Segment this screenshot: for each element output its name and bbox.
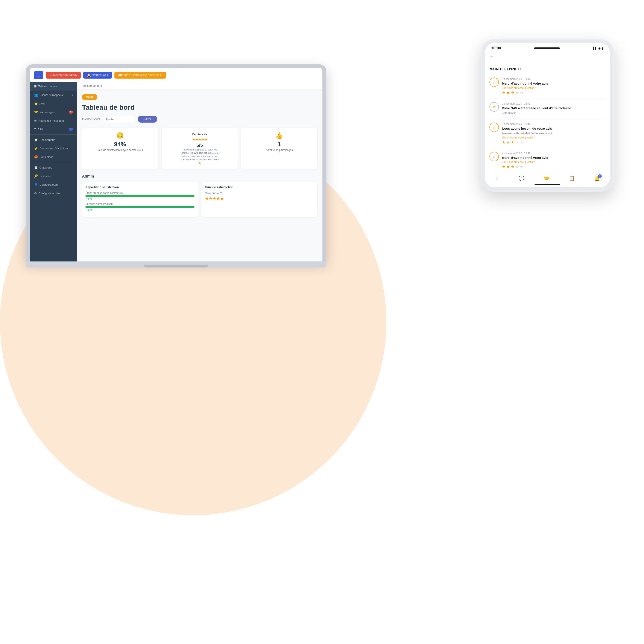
star-1: ★ xyxy=(502,165,505,169)
chevron-icon: › xyxy=(72,94,73,96)
sidebar-divider-2 xyxy=(30,162,77,162)
nav-catalogue[interactable]: 📋 xyxy=(569,176,575,181)
satisfaction-value: 94% xyxy=(86,141,154,148)
notif-item-2: ✂ 9 décembre 2020 13:42 Votre SAV a été … xyxy=(489,99,605,119)
notif-subtitle-3: Avez-vous été satisfait de l'interventio… xyxy=(502,132,605,135)
sidebar-item-licences[interactable]: 🔑 Licences xyxy=(30,172,77,180)
attention-button[interactable]: Attention il vous reste 3 licences. xyxy=(114,72,166,79)
notif-avatar-3: ☆ xyxy=(489,123,499,132)
mail-icon: ✉ xyxy=(34,119,37,122)
notifications-label: 🔔 Notifications xyxy=(87,73,108,77)
sidebar-item-tableau-de-bord[interactable]: ⊞ Tableau de bord xyxy=(30,82,77,91)
revenir-admin-button[interactable]: ↩ Revenir en admin xyxy=(46,72,81,79)
page-title: Tableau de bord xyxy=(82,103,317,111)
sidebar-label: Licences xyxy=(39,175,50,178)
star-avatar-icon-4: ☆ xyxy=(492,154,496,159)
hamburger-icon: ☰ xyxy=(37,73,40,77)
bottom-cards: Répartition satisfaction Projet proposé … xyxy=(82,182,317,217)
star-4: ★ xyxy=(515,140,519,144)
sidebar-label: Catalogue xyxy=(39,166,52,169)
sidebar-item-collaborateurs[interactable]: 👤 Collaborateurs xyxy=(30,180,77,189)
sidebar-label: Parrainages xyxy=(39,111,55,114)
sidebar-item-avis[interactable]: ⭐ Avis xyxy=(30,99,77,108)
thumbs-up-icon: 👍 xyxy=(245,132,313,139)
sidebar-item-messages[interactable]: ✉ Nouveaux messages xyxy=(30,116,77,125)
laptop-base xyxy=(26,261,326,267)
phone-header: ≡ xyxy=(485,52,610,63)
sidebar-item-configuration[interactable]: ⚙ Configuration des xyxy=(30,189,77,197)
satisfaction-card: Taux de satisfaction Moyenne 4.7/5 ★★★★★ xyxy=(201,182,317,217)
avis-nav-icon: ☆ xyxy=(495,176,499,181)
nav-parrainage[interactable]: 🤝 xyxy=(544,176,550,181)
sidebar-item-bons-plans[interactable]: 🎁 Bons plans xyxy=(30,153,77,161)
filter-button[interactable]: Filtrer xyxy=(138,116,157,123)
star-3: ★ xyxy=(511,165,514,169)
handshake-icon: 🤝 xyxy=(34,110,38,114)
sidebar-label: Conciergerie xyxy=(39,138,55,141)
nav-sav[interactable]: 💬 xyxy=(519,176,524,181)
notif-avatar-2: ✂ xyxy=(489,102,499,112)
notif-body-2: 9 décembre 2020 13:42 Votre SAV a été tr… xyxy=(502,102,605,116)
notifications-button[interactable]: 🔔 Notifications xyxy=(83,72,112,79)
notif-avatar-4: ☆ xyxy=(489,152,499,161)
dernier-avis-stars: ★★★★★ xyxy=(166,138,234,142)
sidebar-label: Avis xyxy=(39,102,45,105)
sidebar-item-clients-prospects[interactable]: 👥 Clients / Prospects › xyxy=(30,91,77,99)
notif-body-3: 9 décembre 2020 13:42 Nous avons besoin … xyxy=(502,123,605,145)
sidebar-item-conciergerie[interactable]: 🏠 Conciergerie xyxy=(30,135,77,144)
star-3: ★ xyxy=(511,91,514,95)
phone-bottom-nav: ☆ 💬 🤝 📋 🔔 1 xyxy=(485,173,610,183)
dernier-avis-rating: 5/5 xyxy=(166,143,234,148)
sidebar-item-sav[interactable]: ? SAV 1 xyxy=(30,125,77,134)
notif-question-1: Votre avis sur cette question : xyxy=(502,87,605,90)
progress-pct-1: 100% xyxy=(86,198,92,200)
gear-icon: ⚙ xyxy=(34,191,37,195)
notif-body-4: 9 décembre 2020 13:42 Merci d'avoir donn… xyxy=(502,152,605,169)
notif-meta-4: 9 décembre 2020 13:42 xyxy=(502,152,605,155)
ajouter-input[interactable] xyxy=(103,116,135,122)
notif-subtitle-2: Climatiseur xyxy=(502,111,605,114)
grid-icon: ⊞ xyxy=(34,85,37,88)
laptop-screen-outer: ☰ ↩ Revenir en admin 🔔 Notifications Att… xyxy=(26,64,326,261)
notif-title-3: Nous avons besoin de votre avis xyxy=(502,126,605,131)
stat-card-parrainages: 👍 1 Nombre de parrainages xyxy=(241,128,317,169)
nav-notifications[interactable]: 🔔 1 xyxy=(594,176,600,181)
sidebar-item-demandes[interactable]: ⚡ Demandes d'évolutions xyxy=(30,144,77,153)
notif-stars-1: ★ ★ ★ ★ ★ xyxy=(502,90,605,95)
phone-home-indicator xyxy=(485,183,610,187)
revenir-label: ↩ Revenir en admin xyxy=(50,73,77,77)
sidebar-divider xyxy=(30,134,77,135)
parrainages-value: 1 xyxy=(245,141,313,148)
notif-question-3: Votre avis sur cette question : xyxy=(502,136,605,139)
phone-page-title: MON FIL D'INFO xyxy=(489,63,605,74)
satisfaction-avg: Moyenne 4.7/5 xyxy=(205,191,314,195)
key-icon: 🔑 xyxy=(34,174,38,178)
phone-menu-icon[interactable]: ≡ xyxy=(490,54,493,60)
sidebar-label: Bons plans xyxy=(39,155,53,159)
notif-meta-3: 9 décembre 2020 13:42 xyxy=(502,123,605,126)
notif-meta-1: 9 décembre 2020 13:43 xyxy=(502,77,605,81)
phone-time: 10:00 xyxy=(491,46,501,50)
sidebar-item-parrainages[interactable]: 🤝 Parrainages 1 xyxy=(30,108,77,116)
star-2: ★ xyxy=(506,140,510,144)
smile-icon: 😊 xyxy=(86,132,154,139)
phone-inner: 10:00 ▌▌ ◈ ▮ ≡ MON FIL D'INFO ☆ xyxy=(485,43,610,187)
notif-title-2: Votre SAV a été traitée et vient d'être … xyxy=(502,106,605,110)
nav-avis[interactable]: ☆ xyxy=(495,176,499,181)
laptop: ☰ ↩ Revenir en admin 🔔 Notifications Att… xyxy=(26,64,326,267)
sidebar-label: SAV xyxy=(38,128,43,131)
wrench-icon: ✂ xyxy=(493,105,496,109)
progress-row-2: Services après livraison 100% xyxy=(85,202,194,212)
phone: 10:00 ▌▌ ◈ ▮ ≡ MON FIL D'INFO ☆ xyxy=(481,39,614,192)
notif-stars-3: ★ ★ ★ ★ ★ xyxy=(502,140,605,145)
sidebar-label: Nouveaux messages xyxy=(38,119,64,122)
stat-card-dernier-avis: Dernier avis ★★★★★ 5/5 Totalement satisf… xyxy=(162,128,238,169)
star-5: ★ xyxy=(520,91,523,95)
sidebar-item-catalogue[interactable]: 📋 Catalogue xyxy=(30,163,77,172)
progress-bar-bg-2 xyxy=(85,206,194,208)
dernier-avis-comment: Totalement satisfait ! Le suivi, les pho… xyxy=(180,148,219,165)
star-avatar-icon-3: ☆ xyxy=(492,125,496,130)
home-bar xyxy=(535,184,560,185)
phone-notch xyxy=(534,47,560,49)
menu-button[interactable]: ☰ xyxy=(34,71,43,79)
